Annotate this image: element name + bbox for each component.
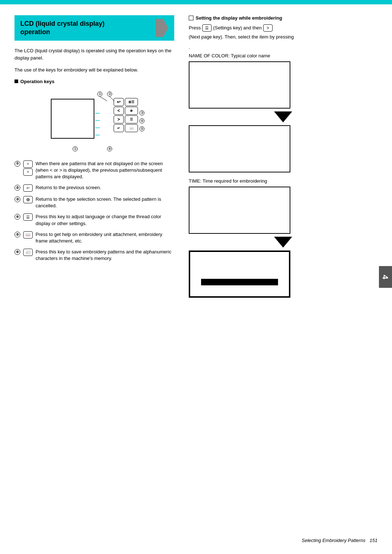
list-item: ② ↩ Returns to the previous screen. — [15, 184, 174, 192]
save-key[interactable]: ↓□ — [23, 249, 33, 256]
list-item: ① < > When there are patterns that are n… — [15, 160, 174, 180]
item-text-6: Press this key to save embroidery patter… — [36, 249, 174, 262]
down-arrow-2 — [274, 237, 292, 248]
next-key-desc: (Next page key). Then, select the item b… — [189, 33, 294, 41]
settings-key-desc: (Settings key) and then — [213, 24, 262, 32]
item-num-5: ⑤ — [15, 232, 20, 237]
lcd-panel — [51, 99, 94, 139]
item-text-5: Press to get help on embroidery unit att… — [36, 231, 174, 244]
left-nav-key[interactable]: < — [23, 160, 33, 168]
operation-keys-heading: Operation keys — [15, 79, 174, 84]
diagram-label-5: ⑤ — [139, 126, 144, 131]
item-text-2: Returns to the previous screen. — [36, 184, 174, 191]
list-item: ⑤ 📖 Press to get help on embroidery unit… — [15, 231, 174, 244]
settings-key-inline[interactable]: ☰ — [202, 24, 212, 32]
time-display-box-2 — [189, 250, 290, 298]
name-of-color-label: NAME OF COLOR: Typical color name — [189, 53, 377, 58]
item-num-4: ④ — [15, 214, 20, 220]
diagram-label-3: ③ — [139, 110, 144, 115]
checkbox-icon — [189, 16, 193, 20]
page-title: LCD (liquid crystal display) operation — [20, 20, 105, 37]
item-icons-4: ☰ — [23, 213, 33, 221]
enter-key[interactable]: ↵ — [114, 124, 124, 132]
down-arrow-1 — [274, 111, 292, 122]
item-icons-3: ⊕ — [23, 196, 33, 203]
inner-progress-bar — [201, 279, 278, 285]
left-key[interactable]: < — [114, 107, 124, 115]
item-num-1: ① — [15, 161, 20, 167]
right-nav-key[interactable]: > — [23, 168, 33, 176]
item-icons-1: < > — [23, 160, 33, 176]
item-list: ① < > When there are patterns that are n… — [15, 160, 174, 262]
title-arrow-icon — [155, 19, 168, 37]
back-key[interactable]: ↩ — [114, 98, 124, 106]
intro-text-2: The use of the keys for embroidery will … — [15, 66, 174, 74]
item-icons-5: 📖 — [23, 231, 33, 239]
display-box-inner — [190, 252, 289, 296]
back-nav-key[interactable]: ↩ — [23, 184, 33, 192]
subsection-heading: Setting the display while embroidering — [189, 15, 377, 21]
settings-lang-key[interactable]: ☰ — [23, 213, 33, 221]
list-item: ③ ⊕ Returns to the type selection screen… — [15, 196, 174, 209]
title-box: LCD (liquid crystal display) operation — [15, 15, 174, 41]
item-text-1: When there are patterns that are not dis… — [36, 160, 174, 180]
diagram-wrapper: ① ② ↩ ⊞☰ < ⊕ > — [44, 88, 145, 153]
list-item: ⑥ ↓□ Press this key to save embroidery p… — [15, 249, 174, 262]
settings-key[interactable]: ⊞☰ — [125, 98, 138, 106]
top-bar — [0, 0, 392, 4]
item-text-4: Press this key to adjust language or cha… — [36, 213, 174, 227]
item-num-6: ⑥ — [15, 249, 20, 255]
right-column: Setting the display while embroidering P… — [185, 15, 377, 301]
color-display-box-1 — [189, 61, 290, 109]
item-icons-6: ↓□ — [23, 249, 33, 256]
black-square-icon — [15, 80, 18, 83]
time-label: TIME: Time required for embroidering — [189, 178, 377, 184]
keys-panel: ↩ ⊞☰ < ⊕ > ☰ ↵ 📖 — [105, 98, 138, 133]
diagram-label-4: ④ — [139, 118, 144, 123]
item-num-3: ③ — [15, 196, 20, 202]
item-text-3: Returns to the type selection screen. Th… — [36, 196, 174, 209]
right-key[interactable]: > — [114, 115, 124, 123]
key-diagram: ① ② ↩ ⊞☰ < ⊕ > — [15, 88, 174, 153]
diagram-label-1b: ① — [73, 146, 78, 151]
next-key-inline[interactable]: > — [263, 24, 273, 32]
diagram-label-1: ① — [97, 91, 102, 97]
period-text: . — [189, 45, 377, 50]
left-column: LCD (liquid crystal display) operation T… — [15, 15, 174, 301]
list-item: ④ ☰ Press this key to adjust language or… — [15, 213, 174, 227]
help-info-key[interactable]: 📖 — [23, 231, 33, 239]
page-number: 151 — [369, 538, 377, 543]
time-display-box-1 — [189, 187, 290, 234]
press-word: Press — [189, 24, 201, 32]
intro-text-1: The LCD (liquid crystal display) is oper… — [15, 47, 174, 61]
subsection-title-text: Setting the display while embroidering — [196, 15, 282, 21]
press-line: Press ☰ (Settings key) and then > (Next … — [189, 24, 377, 41]
footer-italic: Selecting Embroidery Patterns — [302, 538, 366, 543]
help-key[interactable]: 📖 — [125, 124, 138, 132]
item-num-2: ② — [15, 185, 20, 191]
type-select-key[interactable]: ⊕ — [23, 196, 33, 203]
page-footer: Selecting Embroidery Patterns 151 — [302, 538, 377, 543]
color-display-box-2 — [189, 125, 290, 172]
page-tab: 4 — [379, 266, 392, 288]
diagram-label-6: ⑥ — [107, 146, 112, 151]
diagram-label-2: ② — [107, 91, 112, 97]
type-key[interactable]: ⊕ — [125, 107, 138, 115]
lang-key[interactable]: ☰ — [125, 115, 138, 123]
item-icons-2: ↩ — [23, 184, 33, 192]
